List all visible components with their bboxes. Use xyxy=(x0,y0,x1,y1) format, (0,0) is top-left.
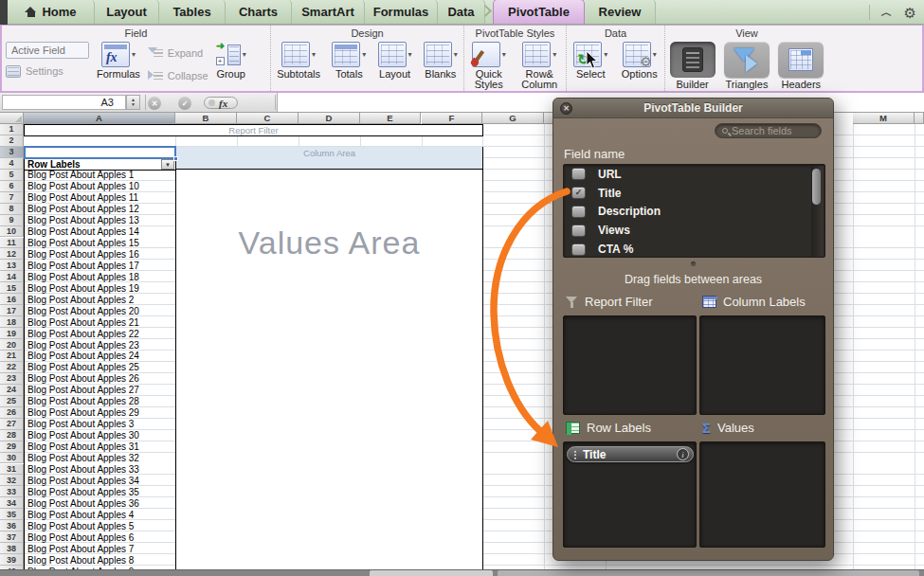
row-column-button[interactable]: ▾ Row& Column xyxy=(518,42,560,90)
cell-A24[interactable]: Blog Post About Apples 27 xyxy=(25,385,174,396)
cell-A31[interactable]: Blog Post About Apples 33 xyxy=(25,464,174,476)
row-header-30[interactable]: 30 xyxy=(0,453,24,464)
tab-review[interactable]: Review xyxy=(585,0,656,24)
report-filter-band[interactable]: Report Filter xyxy=(24,124,483,136)
blanks-button[interactable]: ▾ Blanks xyxy=(424,42,458,80)
column-header-partial[interactable] xyxy=(915,113,924,124)
accept-button[interactable]: ✓ xyxy=(178,97,191,110)
field-row-views[interactable]: Views xyxy=(564,221,824,240)
insert-function-button[interactable]: fx xyxy=(204,97,238,109)
cell-A14[interactable]: Blog Post About Apples 18 xyxy=(25,271,174,282)
cell-A7[interactable]: Blog Post About Apples 11 xyxy=(25,192,174,204)
cell-A16[interactable]: Blog Post About Apples 2 xyxy=(25,294,174,305)
field-row-url[interactable]: URL xyxy=(564,165,824,184)
row-header-16[interactable]: 16 xyxy=(0,294,24,305)
row-header-37[interactable]: 37 xyxy=(0,531,24,543)
headers-button[interactable]: Headers xyxy=(778,42,824,90)
scrollbar-thumb[interactable] xyxy=(812,169,821,205)
checkbox-icon[interactable] xyxy=(571,168,586,180)
row-header-33[interactable]: 33 xyxy=(0,486,24,497)
cell-A4-row-labels[interactable]: Row Labels xyxy=(25,158,175,170)
column-header-F[interactable]: F xyxy=(422,113,482,124)
row-header-6[interactable]: 6 xyxy=(0,181,24,192)
row-header-22[interactable]: 22 xyxy=(0,362,24,373)
tab-smartart[interactable]: SmartArt xyxy=(292,0,365,24)
collapse-ribbon-icon[interactable]: ︿ xyxy=(881,5,893,21)
cell-A19[interactable]: Blog Post About Apples 22 xyxy=(25,328,174,339)
cell-A39[interactable]: Blog Post About Apples 8 xyxy=(25,554,174,566)
row-header-20[interactable]: 20 xyxy=(0,339,24,351)
cell-A32[interactable]: Blog Post About Apples 34 xyxy=(25,475,174,486)
select-all-corner[interactable] xyxy=(0,113,24,124)
cell-A23[interactable]: Blog Post About Apples 26 xyxy=(25,373,174,385)
cell-A38[interactable]: Blog Post About Apples 7 xyxy=(25,543,174,554)
cell-A15[interactable]: Blog Post About Apples 19 xyxy=(25,282,174,294)
column-header-G[interactable]: G xyxy=(482,113,544,124)
tab-data[interactable]: Data xyxy=(438,0,485,24)
list-resize-handle[interactable] xyxy=(691,261,696,266)
row-header-36[interactable]: 36 xyxy=(0,520,24,531)
tab-formulas[interactable]: Formulas xyxy=(365,0,438,24)
row-header-39[interactable]: 39 xyxy=(0,554,24,566)
select-button[interactable]: ↻ ▾ Select xyxy=(573,42,607,80)
cell-A18[interactable]: Blog Post About Apples 21 xyxy=(25,316,174,328)
formulas-button[interactable]: fx ▾ Formulas xyxy=(97,42,140,80)
subtotals-button[interactable]: ▾ Subtotals xyxy=(277,42,320,80)
tab-home[interactable]: Home xyxy=(8,0,95,24)
row-header-31[interactable]: 31 xyxy=(0,464,24,476)
cell-A27[interactable]: Blog Post About Apples 3 xyxy=(25,419,174,430)
quick-styles-button[interactable]: ▾ Quick Styles xyxy=(470,42,508,90)
field-row-description[interactable]: Description xyxy=(564,203,824,222)
row-labels-field-pill[interactable]: Title i xyxy=(567,446,694,462)
row-header-13[interactable]: 13 xyxy=(0,260,24,271)
row-header-19[interactable]: 19 xyxy=(0,328,24,339)
horizontal-scrollbar[interactable] xyxy=(498,570,919,576)
cell-A8[interactable]: Blog Post About Apples 12 xyxy=(25,204,174,215)
column-header-M[interactable]: M xyxy=(853,113,915,124)
row-header-17[interactable]: 17 xyxy=(0,305,24,316)
column-header-B[interactable]: B xyxy=(175,113,237,124)
row-header-7[interactable]: 7 xyxy=(0,192,24,204)
column-header-C[interactable]: C xyxy=(237,113,299,124)
cell-A33[interactable]: Blog Post About Apples 35 xyxy=(25,486,174,497)
cell-A5[interactable]: Blog Post About Apples 1 xyxy=(25,170,174,181)
column-header-A[interactable]: A xyxy=(24,113,175,124)
settings-button[interactable]: Settings xyxy=(6,65,89,78)
checkbox-checked-icon[interactable]: ✓ xyxy=(571,187,586,199)
row-header-25[interactable]: 25 xyxy=(0,396,24,407)
cell-A9[interactable]: Blog Post About Apples 13 xyxy=(25,215,174,226)
tab-layout[interactable]: Layout xyxy=(95,0,159,24)
field-row-cta-[interactable]: CTA % xyxy=(564,240,824,258)
row-header-21[interactable]: 21 xyxy=(0,351,24,362)
cell-A36[interactable]: Blog Post About Apples 5 xyxy=(25,520,174,531)
tab-charts[interactable]: Charts xyxy=(226,0,292,24)
values-dropzone[interactable] xyxy=(699,441,825,548)
search-fields-input[interactable]: Search fields xyxy=(715,123,822,138)
row-header-24[interactable]: 24 xyxy=(0,385,24,396)
row-labels-filter-dropdown[interactable]: ▼ xyxy=(161,159,174,170)
row-header-8[interactable]: 8 xyxy=(0,204,24,215)
row-header-11[interactable]: 11 xyxy=(0,238,24,249)
row-header-29[interactable]: 29 xyxy=(0,441,24,453)
row-header-32[interactable]: 32 xyxy=(0,475,24,486)
row-header-18[interactable]: 18 xyxy=(0,316,24,328)
field-list-scrollbar[interactable] xyxy=(811,166,824,258)
cancel-button[interactable]: ✕ xyxy=(148,97,161,110)
layout-button[interactable]: ▾ Layout xyxy=(378,42,412,80)
row-header-2[interactable]: 2 xyxy=(0,135,24,147)
active-field-input[interactable] xyxy=(6,42,89,59)
column-labels-dropzone[interactable] xyxy=(699,315,825,415)
row-header-28[interactable]: 28 xyxy=(0,430,24,441)
row-header-15[interactable]: 15 xyxy=(0,282,24,294)
cell-A12[interactable]: Blog Post About Apples 16 xyxy=(25,248,174,260)
cell-A17[interactable]: Blog Post About Apples 20 xyxy=(25,305,174,316)
options-button[interactable]: ⚙ ▾ Options xyxy=(622,42,658,80)
checkbox-icon[interactable] xyxy=(571,206,586,218)
cell-A21[interactable]: Blog Post About Apples 24 xyxy=(25,351,174,362)
info-icon[interactable]: i xyxy=(677,448,689,460)
expand-button[interactable]: Expand xyxy=(148,47,208,59)
cell-A25[interactable]: Blog Post About Apples 28 xyxy=(25,396,174,407)
row-header-14[interactable]: 14 xyxy=(0,271,24,282)
row-header-10[interactable]: 10 xyxy=(0,226,24,238)
cell-A37[interactable]: Blog Post About Apples 6 xyxy=(25,531,174,543)
